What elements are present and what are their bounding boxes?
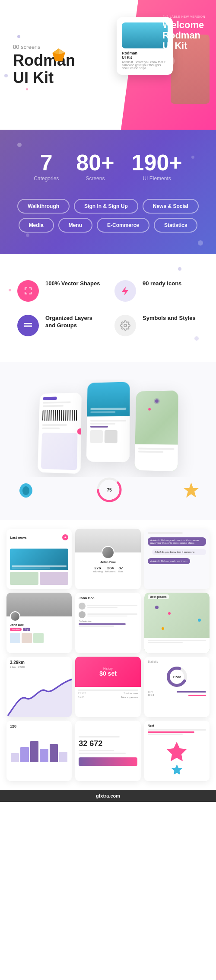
tag-ecommerce[interactable]: E-Commerce	[97, 218, 149, 233]
sketch-icon	[52, 48, 66, 62]
svg-marker-8	[184, 482, 199, 498]
profile-avatar	[102, 546, 114, 559]
stat-ui-label: UI Elements	[132, 176, 182, 182]
feature-icon-layers	[17, 315, 39, 336]
submission-label: Submission	[79, 620, 137, 622]
stats-dot3	[26, 233, 29, 237]
john-doe-avatar1	[79, 603, 86, 610]
bar-6	[59, 752, 67, 763]
tags-row: Walkthrough Sign In & Sign Up News & Soc…	[13, 199, 203, 233]
statistic-label: Statistic	[148, 660, 206, 663]
svg-text:2 560: 2 560	[172, 675, 181, 679]
bar-number: 120	[10, 724, 68, 728]
history-label: History	[103, 667, 113, 670]
stat-screens: 80+ Screens	[76, 151, 114, 182]
stat-ui-elements: 190+ UI Elements	[132, 151, 182, 182]
bar-2	[20, 747, 29, 762]
hero-dot3	[4, 74, 8, 77]
history-amount: $0 set	[99, 670, 117, 677]
chat-header-line	[148, 532, 183, 534]
tag-signin[interactable]: Sign In & Sign Up	[74, 199, 138, 214]
feature-symbols-text: Symbols and Styles	[143, 315, 196, 322]
history-body: 12 567 Total income 8 456 Total expenses	[75, 687, 140, 717]
feature-icons: 90 ready Icons	[114, 280, 199, 302]
tag-walkthrough[interactable]: Walkthrough	[17, 199, 70, 214]
feature-icon-resize	[17, 280, 39, 302]
john-doe-avatar2	[79, 611, 86, 618]
screenshots-section: Last news +	[0, 520, 216, 790]
stat-categories: 7 Categories	[34, 151, 59, 182]
feature-symbols: Symbols and Styles	[114, 315, 199, 336]
hero-arrow-button[interactable]: ›	[162, 55, 175, 67]
svg-marker-12	[167, 742, 187, 761]
blue-star-shape	[172, 764, 182, 775]
hero-welcome-title: WelcomeRodmanUI Kit	[162, 20, 205, 51]
map-footer	[144, 638, 210, 653]
john-doe-row2	[79, 611, 137, 618]
feature-layers-text: Organized Layers and Groups	[45, 315, 102, 329]
phone-mockup-2	[86, 382, 130, 462]
profile-small-images	[6, 633, 72, 643]
donut-content: Statistic 2 560 10.4 121.3	[144, 657, 210, 717]
watermark-text: gfxtra.com	[96, 793, 120, 798]
hero-dot1	[17, 35, 20, 38]
phone-mockup-3	[134, 390, 178, 471]
svg-point-4	[124, 324, 127, 327]
news-notification-badge: +	[62, 534, 68, 540]
screen-bar-chart: 120	[6, 721, 72, 781]
screen-last-news: Last news +	[6, 529, 72, 589]
star-decorative	[184, 482, 199, 498]
screen-donut-stats: Statistic 2 560 10.4 121.3	[144, 657, 210, 717]
stat-32672-number: 32 672	[79, 739, 137, 748]
feat-dot1	[178, 267, 181, 271]
stat-screens-label: Screens	[76, 176, 114, 182]
feat-dot3	[194, 336, 199, 341]
donut-chart: 2 560	[148, 665, 206, 689]
news-thumb1	[10, 572, 38, 585]
map-pin2	[168, 612, 171, 615]
screen-star-shape: Next	[144, 721, 210, 781]
profile-banner	[75, 529, 140, 552]
bar-chart	[10, 732, 68, 762]
screen-john-doe-list: John Doe Submission	[75, 593, 140, 653]
screen-tracker: 3.29km 2 km 2 500	[6, 657, 72, 717]
feature-icons-title: 90 ready Icons	[143, 280, 181, 287]
john-doe-title: John Doe	[79, 596, 137, 600]
feature-layers: Organized Layers and Groups	[17, 315, 102, 336]
screens-grid-row3: 3.29km 2 km 2 500 History	[4, 657, 212, 717]
tracker-content: 3.29km 2 km 2 500	[6, 657, 72, 717]
profile-name: John Doe	[79, 560, 137, 564]
hero-section: 80 screens Rodman UI Kit RodmanUI Kit	[0, 0, 216, 130]
stats-dot2	[191, 156, 194, 159]
tracker-stats: 3.29km 2 km 2 500	[6, 657, 72, 672]
profile-stat1: 276 following	[92, 566, 102, 573]
feature-layers-title: Organized Layers and Groups	[45, 315, 102, 329]
history-content: History $0 set 12 567 Total income 8 456…	[75, 657, 140, 717]
screen-chat: Admin It. Before you know that if someon…	[144, 529, 210, 589]
gauge-decorative: 75	[96, 477, 122, 503]
profile-badge2: Trip	[23, 628, 30, 631]
bar-5	[50, 744, 58, 762]
screen-stat-32672: 32 672	[75, 721, 140, 781]
tag-statistics[interactable]: Statistics	[154, 218, 197, 233]
tag-news[interactable]: News & Social	[143, 199, 199, 214]
hero-right: RodmanUI Kit Admin It. Before you know t…	[121, 0, 216, 130]
features-section: 100% Vector Shapes 90 ready Icons Organi…	[0, 254, 216, 362]
chat-bubble-left-2: Admin It. Before you know that...	[148, 558, 191, 564]
stats-row: 7 Categories 80+ Screens 190+ UI Element…	[13, 151, 203, 182]
star-content: Next	[144, 721, 210, 781]
map-pin3	[198, 619, 201, 622]
tag-media[interactable]: Media	[19, 218, 54, 233]
profile-small-banner	[6, 593, 72, 616]
stats-dot4	[198, 240, 203, 246]
tag-menu[interactable]: Menu	[58, 218, 92, 233]
phone-mockup-1	[38, 393, 82, 474]
stats-section: 7 Categories 80+ Screens 190+ UI Element…	[0, 130, 216, 254]
news-thumb2	[40, 572, 68, 585]
tracker-chart	[6, 672, 72, 717]
bar-1	[11, 753, 19, 762]
john-doe-row1	[79, 603, 137, 610]
profile-stat3: 87 likes	[118, 566, 124, 573]
features-grid: 100% Vector Shapes 90 ready Icons Organi…	[17, 280, 199, 336]
hero-title-line2: UI Kit	[13, 69, 54, 86]
